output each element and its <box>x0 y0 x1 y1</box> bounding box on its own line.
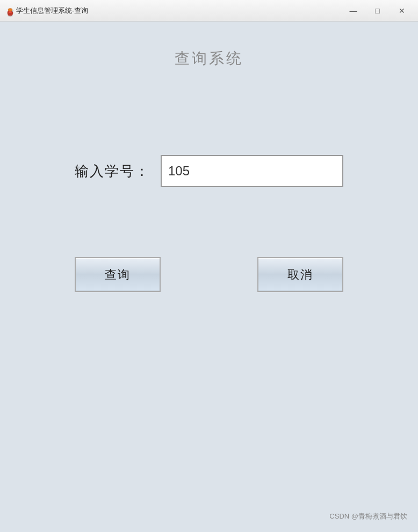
svg-point-2 <box>8 15 13 16</box>
student-id-input[interactable] <box>161 155 343 187</box>
titlebar-title: 学生信息管理系统-查询 <box>16 6 341 16</box>
window-content: 查询系统 输入学号： 查询 取消 CSDN @青梅煮酒与君饮 <box>0 22 418 532</box>
buttons-area: 查询 取消 <box>75 257 343 292</box>
window-heading: 查询系统 <box>175 48 243 69</box>
java-icon <box>4 5 16 17</box>
student-id-label: 输入学号： <box>75 162 150 181</box>
maximize-button[interactable]: □ <box>365 3 390 19</box>
minimize-button[interactable]: — <box>341 3 365 19</box>
watermark: CSDN @青梅煮酒与君饮 <box>329 512 407 521</box>
titlebar-controls: — □ ✕ <box>341 3 414 19</box>
close-button[interactable]: ✕ <box>390 3 414 19</box>
svg-point-1 <box>8 8 12 11</box>
form-area: 输入学号： <box>75 155 343 187</box>
titlebar: 学生信息管理系统-查询 — □ ✕ <box>0 0 418 22</box>
cancel-button[interactable]: 取消 <box>257 257 343 292</box>
query-button[interactable]: 查询 <box>75 257 161 292</box>
